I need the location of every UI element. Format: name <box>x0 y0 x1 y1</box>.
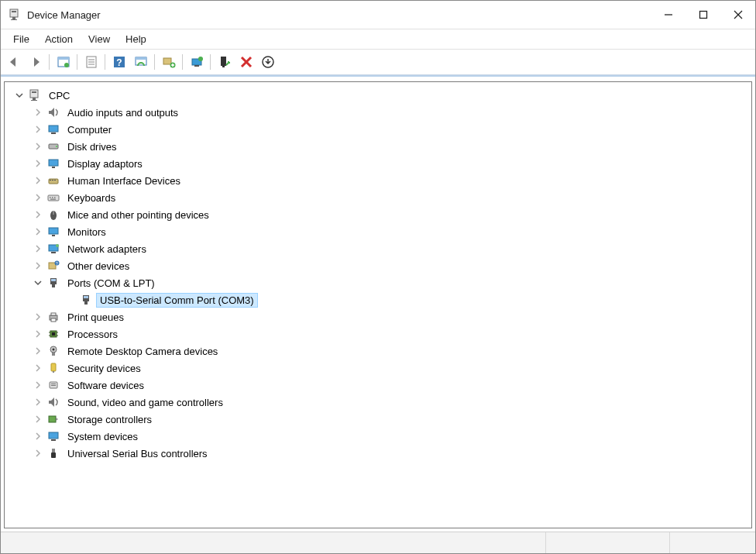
scan-hardware-button[interactable] <box>131 52 151 72</box>
menu-file[interactable]: File <box>5 31 37 47</box>
tree-category-label[interactable]: System devices <box>64 429 142 444</box>
svg-rect-85 <box>51 439 56 441</box>
close-button[interactable] <box>720 1 755 29</box>
svg-rect-40 <box>52 167 55 168</box>
tree-category-label[interactable]: Other devices <box>64 259 133 274</box>
update-driver-button[interactable] <box>187 52 207 72</box>
tree-category-network[interactable]: Network adapters <box>6 240 750 257</box>
expander-icon[interactable] <box>33 414 43 425</box>
tree-category-camera[interactable]: Remote Desktop Camera devices <box>6 342 750 360</box>
expander-icon[interactable] <box>33 363 43 373</box>
svg-rect-33 <box>33 98 36 100</box>
tree-category-usb[interactable]: Universal Serial Bus controllers <box>6 445 750 462</box>
device-tree-pane: CPC Audio inputs and outputsComputerDisk… <box>1 75 755 532</box>
menu-help[interactable]: Help <box>118 31 154 47</box>
tree-category-label[interactable]: Print queues <box>64 310 128 325</box>
svg-rect-36 <box>51 132 56 134</box>
tree-root-label[interactable]: CPC <box>45 88 74 103</box>
tree-root[interactable]: CPC Audio inputs and outputsComputerDisk… <box>6 87 750 462</box>
install-driver-button[interactable] <box>258 52 278 72</box>
tree-category-system[interactable]: System devices <box>6 428 750 445</box>
expander-icon[interactable] <box>33 192 43 203</box>
computer-icon <box>46 122 60 136</box>
tree-category-label[interactable]: Mice and other pointing devices <box>64 208 213 222</box>
svg-rect-61 <box>51 279 56 281</box>
expander-icon[interactable] <box>33 158 43 169</box>
tree-category-other[interactable]: ?Other devices <box>6 257 750 274</box>
tree-category-mouse[interactable]: Mice and other pointing devices <box>6 206 750 223</box>
expander-icon[interactable] <box>14 90 25 101</box>
expander-icon[interactable] <box>33 431 43 442</box>
svg-rect-78 <box>51 363 56 371</box>
tree-category-disk[interactable]: Disk drives <box>6 138 750 155</box>
expander-icon[interactable] <box>33 226 43 237</box>
expander-icon[interactable] <box>33 209 43 220</box>
tree-category-security[interactable]: Security devices <box>6 360 750 377</box>
tree-category-label[interactable]: Storage controllers <box>64 412 156 427</box>
tree-category-cpu[interactable]: Processors <box>6 325 750 342</box>
toolbar-separator <box>180 52 185 72</box>
enable-device-button[interactable] <box>215 52 235 72</box>
svg-rect-27 <box>222 66 225 67</box>
tree-category-display[interactable]: Display adaptors <box>6 155 750 172</box>
tree-category-label[interactable]: Processors <box>64 327 122 342</box>
expander-icon[interactable] <box>33 397 43 408</box>
expander-icon[interactable] <box>33 448 43 459</box>
tree-category-computer[interactable]: Computer <box>6 121 750 138</box>
menubar: File Action View Help <box>1 29 755 49</box>
expander-icon[interactable] <box>33 141 43 152</box>
tree-category-monitor[interactable]: Monitors <box>6 223 750 240</box>
expander-icon[interactable] <box>33 175 43 186</box>
tree-item-usbserial[interactable]: USB-to-Serial Comm Port (COM3) <box>6 291 750 308</box>
show-hidden-button[interactable] <box>53 52 74 72</box>
expander-icon[interactable] <box>33 346 43 356</box>
svg-point-10 <box>64 63 69 67</box>
tree-category-label[interactable]: Software devices <box>64 378 148 393</box>
expander-icon[interactable] <box>33 380 43 391</box>
properties-button[interactable] <box>81 52 101 72</box>
tree-category-label[interactable]: Display adaptors <box>64 157 146 171</box>
tree-category-label[interactable]: Sound, video and game controllers <box>64 395 227 410</box>
tree-category-label[interactable]: Audio inputs and outputs <box>64 105 182 120</box>
usb-icon <box>46 446 60 460</box>
menu-view[interactable]: View <box>81 31 118 47</box>
tree-category-label[interactable]: Network adapters <box>64 242 150 256</box>
tree-category-storage[interactable]: Storage controllers <box>6 411 750 428</box>
tree-category-hid[interactable]: Human Interface Devices <box>6 172 750 189</box>
add-legacy-hardware-button[interactable] <box>159 52 179 72</box>
tree-category-label[interactable]: Universal Serial Bus controllers <box>64 446 211 461</box>
svg-rect-0 <box>10 9 18 17</box>
tree-category-label[interactable]: Keyboards <box>64 191 119 205</box>
expander-icon[interactable] <box>33 243 43 254</box>
tree-category-audio[interactable]: Audio inputs and outputs <box>6 104 750 121</box>
back-button[interactable] <box>4 52 24 72</box>
uninstall-device-button[interactable] <box>236 52 256 72</box>
tree-category-label[interactable]: Disk drives <box>64 139 121 154</box>
expander-icon[interactable] <box>33 124 43 135</box>
expander-icon[interactable] <box>33 311 43 322</box>
svg-rect-47 <box>52 197 53 198</box>
maximize-button[interactable] <box>686 1 720 29</box>
forward-button[interactable] <box>26 52 46 72</box>
tree-category-label[interactable]: Computer <box>64 122 115 137</box>
tree-category-label[interactable]: Remote Desktop Camera devices <box>64 344 222 359</box>
tree-category-label[interactable]: Human Interface Devices <box>64 174 184 188</box>
expander-icon[interactable] <box>33 260 43 271</box>
expander-icon[interactable] <box>33 277 43 288</box>
expander-icon[interactable] <box>33 107 43 118</box>
help-button[interactable]: ? <box>109 52 129 72</box>
tree-category-software[interactable]: Software devices <box>6 377 750 394</box>
expander-icon[interactable] <box>33 329 43 339</box>
tree-item-label[interactable]: USB-to-Serial Comm Port (COM3) <box>96 293 258 308</box>
tree-category-label[interactable]: Monitors <box>64 225 110 239</box>
hid-icon <box>46 174 60 188</box>
tree-category-label[interactable]: Security devices <box>64 361 145 376</box>
tree-category-ports[interactable]: Ports (COM & LPT)USB-to-Serial Comm Port… <box>6 274 750 308</box>
device-tree[interactable]: CPC Audio inputs and outputsComputerDisk… <box>4 81 752 528</box>
menu-action[interactable]: Action <box>37 31 81 47</box>
tree-category-keyboard[interactable]: Keyboards <box>6 189 750 206</box>
tree-category-sound[interactable]: Sound, video and game controllers <box>6 394 750 411</box>
minimize-button[interactable] <box>651 1 686 29</box>
tree-category-print[interactable]: Print queues <box>6 308 750 325</box>
tree-category-label[interactable]: Ports (COM & LPT) <box>64 276 159 291</box>
